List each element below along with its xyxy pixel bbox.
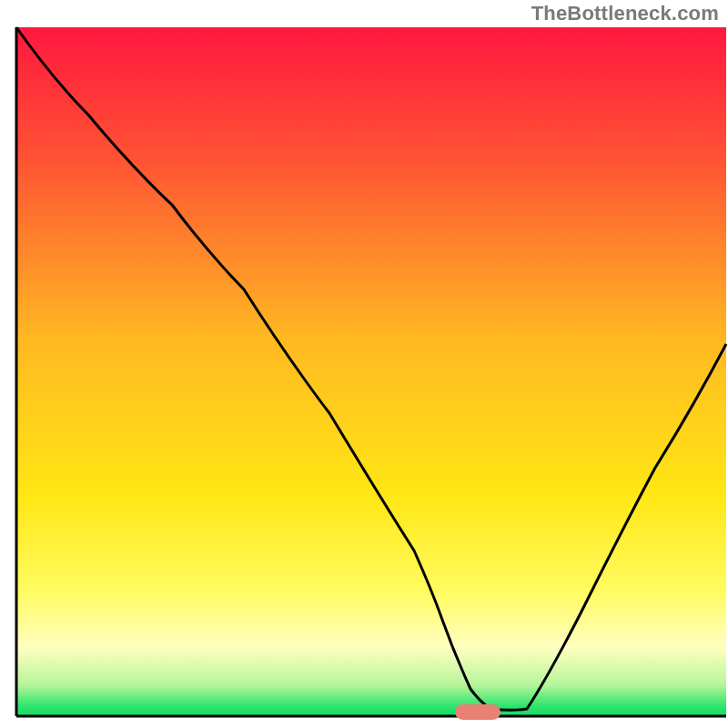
watermark-text: TheBottleneck.com <box>531 2 719 25</box>
optimum-marker <box>455 704 500 720</box>
chart-svg <box>0 0 728 728</box>
gradient-background <box>16 27 726 716</box>
chart-container: TheBottleneck.com <box>0 0 728 728</box>
